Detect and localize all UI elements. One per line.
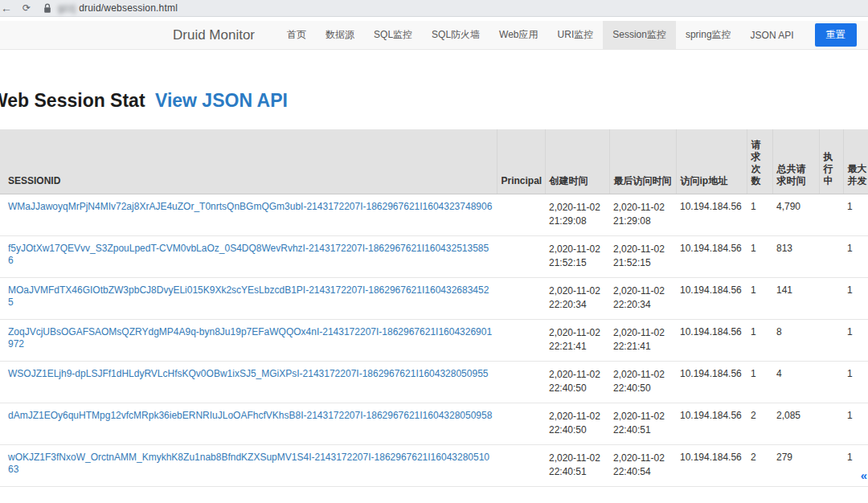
ip-cell: 10.194.184.56 (676, 194, 747, 235)
col-request-count: 请求次数 (747, 129, 772, 194)
session-link[interactable]: f5yJOtXw17QEVvv_S3ZpouLpedT-CVM0vbLaOz_0… (8, 243, 489, 267)
table-header: SESSIONID Principal 创建时间 最后访问时间 访问ip地址 请… (0, 129, 868, 194)
brand-title: Druid Monitor (173, 27, 255, 43)
running-cell (819, 319, 843, 361)
total-time-cell: 279 (772, 444, 819, 486)
nav-item-spring-monitor[interactable]: spring监控 (676, 21, 741, 49)
created-date: 2,020-11-02 (549, 368, 605, 382)
table-row: dAmJZ1EOy6quHTMpg12vfcMRpk36iebERNRIuJLo… (0, 403, 868, 444)
session-link[interactable]: WSOJZ1ELjh9-dpLSJFf1dHLdyRVLcHfsKQv0OBw1… (8, 368, 488, 379)
last-access-cell: 2,020-11-0221:52:15 (609, 235, 676, 277)
created-time: 22:40:51 (549, 465, 605, 479)
last-date: 2,020-11-02 (613, 368, 672, 382)
collapse-chevrons-icon[interactable]: « (861, 468, 867, 482)
last-access-cell: 2,020-11-0222:40:50 (609, 361, 676, 403)
refresh-icon[interactable]: ⟳ (16, 2, 37, 14)
created-cell: 2,020-11-0222:40:50 (545, 361, 609, 403)
session-link[interactable]: WMaJJawoyqMrPjN4MIv72aj8XrAJE4uZOr_T0nrt… (8, 201, 492, 212)
table-row: WMaJJawoyqMrPjN4MIv72aj8XrAJE4uZOr_T0nrt… (0, 194, 868, 235)
max-concurrent-cell: 1 (843, 319, 868, 361)
nav-item-uri-monitor[interactable]: URI监控 (548, 21, 604, 49)
created-time: 22:40:50 (549, 382, 605, 395)
col-running: 执行中 (819, 129, 843, 194)
nav-item-home[interactable]: 首页 (277, 21, 316, 49)
last-time: 22:40:54 (613, 465, 672, 479)
last-date: 2,020-11-02 (613, 201, 672, 215)
session-link[interactable]: dAmJZ1EOy6quHTMpg12vfcMRpk36iebERNRIuJLo… (8, 410, 492, 421)
last-date: 2,020-11-02 (613, 284, 672, 298)
back-icon[interactable]: ← (0, 2, 16, 14)
last-time: 22:40:50 (613, 382, 672, 395)
address-bar[interactable]: gzzj druid/websession.html (58, 2, 178, 14)
col-principal: Principal (497, 129, 545, 194)
last-access-cell: 2,020-11-0222:40:54 (609, 444, 676, 486)
last-date: 2,020-11-02 (613, 452, 672, 465)
last-time: 22:40:51 (613, 423, 672, 437)
session-link[interactable]: ZoqJVcjUBsOGAFSAOMsQZRYdgMP4A9q-byn8Ju19… (8, 326, 492, 350)
lock-icon[interactable] (37, 3, 58, 14)
url-obscured-text: gzzj (58, 2, 76, 14)
navbar: Druid Monitor 首页 数据源 SQL监控 SQL防火墙 Web应用 … (0, 21, 868, 50)
sessionid-cell: WMaJJawoyqMrPjN4MIv72aj8XrAJE4uZOr_T0nrt… (0, 194, 497, 235)
nav-item-sql-monitor[interactable]: SQL监控 (364, 21, 422, 49)
ip-cell: 10.194.184.56 (676, 319, 747, 361)
col-created-time: 创建时间 (545, 129, 609, 194)
created-cell: 2,020-11-0221:29:08 (545, 194, 609, 235)
col-total-request-time: 总共请求时间 (772, 129, 819, 194)
nav-item-datasource[interactable]: 数据源 (316, 21, 364, 49)
total-time-cell: 8 (772, 319, 819, 361)
col-ip-address: 访问ip地址 (676, 129, 747, 194)
ip-cell: 10.194.184.56 (676, 235, 747, 277)
sessionid-cell: WSOJZ1ELjh9-dpLSJFf1dHLdyRVLcHfsKQv0OBw1… (0, 361, 497, 403)
principal-cell (497, 319, 545, 361)
web-session-table: SESSIONID Principal 创建时间 最后访问时间 访问ip地址 请… (0, 129, 868, 487)
principal-cell (497, 361, 545, 403)
nav-item-sql-firewall[interactable]: SQL防火墙 (422, 21, 489, 49)
last-access-cell: 2,020-11-0222:40:51 (609, 403, 676, 444)
reset-button[interactable]: 重置 (815, 23, 857, 47)
last-access-cell: 2,020-11-0222:20:34 (609, 277, 676, 319)
sessionid-cell: MOaJVMFdTX46GIOtbZW3pbCJ8DvyELi015K9Xk2s… (0, 277, 497, 319)
total-time-cell: 141 (772, 277, 819, 319)
session-link[interactable]: wOKJZ1F3fNxoW_OrctnAMM_KmykhK8Zu1nab8Bfn… (8, 452, 489, 476)
created-date: 2,020-11-02 (549, 410, 605, 423)
created-date: 2,020-11-02 (549, 326, 605, 340)
col-last-access-time: 最后访问时间 (609, 129, 676, 194)
page-title: Web Session Stat View JSON API (0, 90, 868, 112)
session-link[interactable]: MOaJVMFdTX46GIOtbZW3pbCJ8DvyELi015K9Xk2s… (8, 284, 489, 309)
max-concurrent-cell: 1 (843, 194, 868, 235)
running-cell (819, 277, 843, 319)
request-count-cell: 1 (747, 235, 772, 277)
principal-cell (497, 194, 545, 235)
created-cell: 2,020-11-0221:52:15 (545, 235, 609, 277)
created-time: 21:29:08 (549, 215, 605, 228)
running-cell (819, 194, 843, 235)
request-count-cell: 1 (747, 277, 772, 319)
request-count-cell: 2 (747, 403, 772, 444)
total-time-cell: 4,790 (772, 194, 819, 235)
last-time: 22:21:41 (613, 340, 672, 354)
max-concurrent-cell: 1 (843, 277, 868, 319)
principal-cell (497, 403, 545, 444)
table-row: wOKJZ1F3fNxoW_OrctnAMM_KmykhK8Zu1nab8Bfn… (0, 444, 868, 486)
col-max-concurrent: 最大并发 (843, 129, 868, 194)
nav-item-json-api[interactable]: JSON API (741, 21, 804, 49)
created-time: 22:20:34 (549, 298, 605, 312)
view-json-api-link[interactable]: View JSON API (155, 90, 288, 111)
last-access-cell: 2,020-11-0222:21:41 (609, 319, 676, 361)
url-path-text: druid/websession.html (79, 2, 178, 14)
navbar-inner: Druid Monitor 首页 数据源 SQL监控 SQL防火墙 Web应用 … (173, 21, 857, 49)
principal-cell (497, 444, 545, 486)
ip-cell: 10.194.184.56 (676, 361, 747, 403)
last-time: 21:29:08 (613, 215, 672, 228)
max-concurrent-cell: 1 (843, 361, 868, 403)
running-cell (819, 403, 843, 444)
running-cell (819, 235, 843, 277)
request-count-cell: 1 (747, 361, 772, 403)
nav-item-session-monitor[interactable]: Session监控 (603, 21, 676, 49)
total-time-cell: 2,085 (772, 403, 819, 444)
max-concurrent-cell: 1 (843, 403, 868, 444)
nav-item-web-app[interactable]: Web应用 (489, 21, 547, 49)
created-time: 21:52:15 (549, 256, 605, 270)
last-time: 22:20:34 (613, 298, 672, 312)
